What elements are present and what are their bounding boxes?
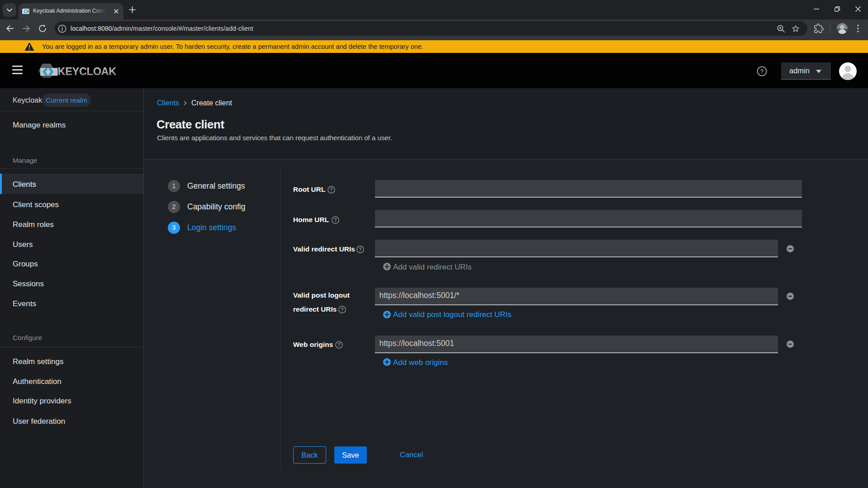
svg-text:?: ?	[330, 187, 332, 192]
svg-text:?: ?	[334, 217, 337, 223]
svg-text:?: ?	[341, 307, 343, 312]
svg-text:KEYCLOAK: KEYCLOAK	[58, 66, 117, 77]
svg-text:?: ?	[337, 342, 340, 347]
svg-text:?: ?	[760, 68, 764, 75]
svg-text:?: ?	[359, 246, 361, 252]
